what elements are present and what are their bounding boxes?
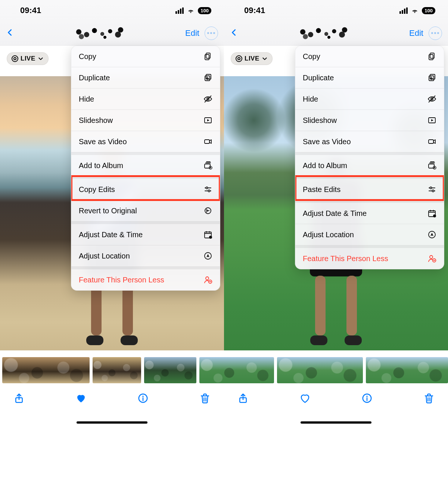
rectangle-stack-plus-icon (203, 161, 212, 170)
context-menu: CopyDuplicateHideSlideshowSave as VideoA… (295, 46, 444, 269)
more-button[interactable] (429, 27, 442, 40)
menu-item-label: Adjust Location (79, 252, 130, 260)
menu-item-label: Duplicate (303, 74, 334, 82)
menu-item-label: Copy (303, 52, 320, 61)
cellular-signal-icon (175, 7, 184, 14)
menu-item-add-to-album[interactable]: Add to Album (295, 152, 444, 176)
bottom-toolbar (0, 383, 448, 415)
menu-item-label: Add to Album (303, 161, 347, 170)
share-button[interactable] (237, 393, 249, 405)
menu-item-feature-this-person-less[interactable]: Feature This Person Less (71, 266, 220, 290)
menu-item-label: Copy (79, 52, 96, 61)
menu-item-copy-edits[interactable]: Copy Edits (71, 176, 220, 200)
eye-slash-icon (427, 95, 436, 103)
menu-item-label: Feature This Person Less (303, 254, 388, 263)
page-title-redacted (74, 27, 126, 40)
menu-item-label: Hide (303, 95, 318, 103)
live-label: LIVE (21, 55, 35, 62)
slider-copy-icon (203, 185, 212, 194)
back-button[interactable] (6, 27, 14, 39)
person-minus-icon (427, 254, 436, 263)
edit-button[interactable]: Edit (185, 28, 199, 38)
video-icon (427, 137, 436, 146)
menu-item-label: Save as Video (79, 137, 127, 146)
play-rectangle-icon (203, 116, 212, 125)
thumb[interactable] (366, 357, 448, 383)
favorite-button[interactable] (75, 393, 87, 405)
menu-item-feature-this-person-less[interactable]: Feature This Person Less (295, 245, 444, 269)
menu-item-label: Slideshow (303, 116, 337, 125)
phone-right: 09:41 100 Edit (224, 0, 448, 350)
photo-viewer[interactable]: LIVE CopyDuplicateHideSlideshowSave as V… (224, 46, 448, 350)
eye-slash-icon (203, 95, 212, 103)
info-button[interactable] (137, 393, 149, 405)
status-time: 09:41 (244, 6, 265, 15)
live-badge[interactable]: LIVE (7, 52, 49, 65)
plus-square-on-square-icon (427, 73, 436, 82)
thumb[interactable] (2, 357, 90, 383)
chevron-down-icon (262, 56, 268, 62)
nav-header: Edit (224, 21, 448, 46)
menu-item-hide[interactable]: Hide (71, 89, 220, 110)
share-button[interactable] (13, 393, 25, 405)
live-badge[interactable]: LIVE (231, 52, 273, 65)
cellular-signal-icon (399, 7, 408, 14)
menu-item-save-as-video[interactable]: Save as Video (295, 131, 444, 152)
menu-item-label: Adjust Date & Time (79, 230, 143, 239)
menu-item-add-to-album[interactable]: Add to Album (71, 152, 220, 176)
phone-left: 09:41 100 Edit (0, 0, 224, 350)
location-circle-icon (203, 251, 212, 260)
menu-item-duplicate[interactable]: Duplicate (295, 67, 444, 89)
more-button[interactable] (205, 27, 218, 40)
doc-on-doc-icon (427, 52, 436, 61)
menu-item-label: Feature This Person Less (79, 276, 164, 284)
thumb[interactable] (199, 357, 274, 383)
menu-item-label: Duplicate (79, 74, 110, 82)
favorite-button[interactable] (299, 393, 311, 405)
menu-item-copy[interactable]: Copy (295, 46, 444, 67)
location-circle-icon (427, 230, 436, 239)
thumb[interactable] (277, 357, 363, 383)
menu-item-adjust-date-time[interactable]: Adjust Date & Time (295, 200, 444, 224)
chevron-down-icon (38, 56, 44, 62)
menu-item-save-as-video[interactable]: Save as Video (71, 131, 220, 152)
menu-item-copy[interactable]: Copy (71, 46, 220, 67)
revert-icon (203, 206, 212, 215)
home-indicator (0, 415, 224, 424)
status-bar: 09:41 100 (0, 0, 224, 21)
menu-item-label: Copy Edits (79, 185, 115, 194)
info-button[interactable] (361, 393, 373, 405)
live-label: LIVE (245, 55, 259, 62)
wifi-icon (411, 7, 419, 13)
photo-viewer[interactable]: LIVE CopyDuplicateHideSlideshowSave as V… (0, 46, 224, 350)
menu-item-slideshow[interactable]: Slideshow (295, 110, 444, 131)
menu-item-paste-edits[interactable]: Paste Edits (295, 176, 444, 200)
thumb[interactable] (144, 357, 196, 383)
menu-item-duplicate[interactable]: Duplicate (71, 67, 220, 89)
battery-badge: 100 (422, 7, 435, 14)
menu-item-label: Save as Video (303, 137, 351, 146)
menu-item-label: Add to Album (79, 161, 123, 170)
menu-item-adjust-location[interactable]: Adjust Location (295, 224, 444, 245)
menu-item-label: Revert to Original (79, 207, 137, 215)
menu-item-slideshow[interactable]: Slideshow (71, 110, 220, 131)
back-button[interactable] (230, 27, 238, 39)
slider-paste-icon (427, 185, 436, 194)
menu-item-revert-to-original[interactable]: Revert to Original (71, 200, 220, 222)
nav-header: Edit (0, 21, 224, 46)
video-icon (203, 137, 212, 146)
trash-button[interactable] (199, 393, 211, 405)
trash-button[interactable] (423, 393, 435, 405)
status-time: 09:41 (20, 6, 41, 15)
edit-button[interactable]: Edit (409, 28, 423, 38)
wifi-icon (187, 7, 195, 13)
menu-item-adjust-date-time[interactable]: Adjust Date & Time (71, 221, 220, 245)
person-minus-icon (203, 275, 212, 284)
menu-item-hide[interactable]: Hide (295, 89, 444, 110)
thumb[interactable] (93, 357, 141, 383)
menu-item-label: Adjust Date & Time (303, 209, 367, 218)
doc-on-doc-icon (203, 52, 212, 61)
menu-item-adjust-location[interactable]: Adjust Location (71, 245, 220, 267)
page-title-redacted (298, 27, 350, 40)
photo-filmstrip[interactable] (0, 350, 448, 383)
